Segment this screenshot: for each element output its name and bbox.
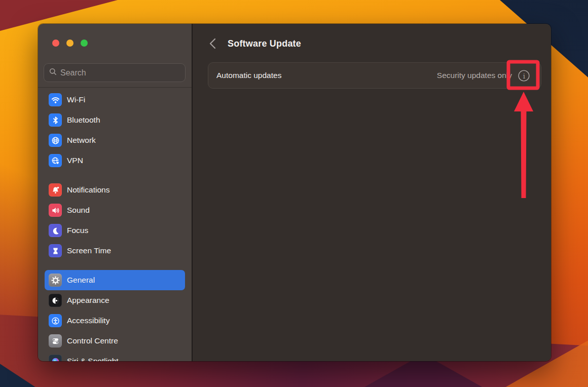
globe-shield-icon [49,154,62,167]
sidebar-item-siri-spotlight[interactable]: Siri & Spotlight [45,351,185,361]
sidebar-item-label: General [67,276,95,285]
toggles-icon [49,334,62,347]
sidebar-item-accessibility[interactable]: Accessibility [45,311,185,331]
siri-orb-icon [49,355,62,361]
page-title: Software Update [228,38,301,49]
sidebar-group: General Appearance Accessibility Control… [45,270,185,361]
sidebar-item-label: Sound [67,206,90,215]
row-value: Security updates only [437,71,512,80]
sidebar-item-wifi[interactable]: Wi-Fi [45,90,185,110]
moon-icon [49,224,62,237]
sidebar-item-control-centre[interactable]: Control Centre [45,331,185,351]
sidebar-item-label: Bluetooth [67,115,100,125]
sidebar-item-label: Screen Time [67,246,111,255]
appearance-contrast-icon [49,294,62,307]
sidebar-item-label: Accessibility [67,316,109,325]
content-pane: Software Update Automatic updates Securi… [193,24,551,361]
bluetooth-icon [49,113,62,127]
svg-text:i: i [523,72,526,80]
back-button[interactable] [208,38,217,49]
sidebar-item-label: Network [67,136,96,145]
sidebar-item-sound[interactable]: Sound [45,200,185,220]
sidebar-group: Wi-Fi Bluetooth Network VPN [45,90,185,171]
globe-icon [49,134,62,147]
sidebar-item-general[interactable]: General [45,270,185,290]
search-input[interactable]: Search [44,63,186,82]
sidebar-item-label: Siri & Spotlight [67,357,119,361]
search-placeholder: Search [60,68,86,78]
accessibility-icon [49,314,62,327]
sidebar-item-bluetooth[interactable]: Bluetooth [45,110,185,130]
sidebar-item-label: Focus [67,226,88,235]
row-label: Automatic updates [216,71,281,80]
sidebar-separator [38,87,192,88]
content-header: Software Update [208,36,301,51]
system-settings-window: Search Wi-Fi Bluetooth Network VPN Notif… [38,24,551,361]
minimize-button[interactable] [66,40,74,47]
screenshot-canvas: Search Wi-Fi Bluetooth Network VPN Notif… [0,0,588,387]
bell-icon [49,183,62,197]
sidebar-item-network[interactable]: Network [45,130,185,150]
speaker-icon [49,204,62,217]
sidebar-item-label: Appearance [67,296,109,305]
sidebar-item-vpn[interactable]: VPN [45,150,185,171]
sidebar-item-appearance[interactable]: Appearance [45,290,185,311]
gear-icon [49,274,62,287]
sidebar-group: Notifications Sound Focus Screen Time [45,180,185,261]
sidebar-item-screen-time[interactable]: Screen Time [45,241,185,261]
sidebar-item-focus[interactable]: Focus [45,220,185,241]
settings-sidebar: Search Wi-Fi Bluetooth Network VPN Notif… [38,24,192,361]
sidebar-item-label: VPN [67,156,83,165]
sidebar-item-label: Wi-Fi [67,95,85,104]
automatic-updates-row[interactable]: Automatic updates Security updates only … [208,62,541,89]
search-icon [49,68,57,78]
close-button[interactable] [52,40,59,47]
window-controls [52,40,88,47]
info-circle-icon[interactable]: i [517,69,531,83]
wifi-icon [49,93,62,106]
sidebar-nav-list: Wi-Fi Bluetooth Network VPN Notification… [45,90,185,361]
zoom-button[interactable] [81,40,88,47]
sidebar-item-label: Notifications [67,185,109,195]
sidebar-item-label: Control Centre [67,336,118,345]
hourglass-icon [49,244,62,257]
sidebar-item-notifications[interactable]: Notifications [45,180,185,200]
